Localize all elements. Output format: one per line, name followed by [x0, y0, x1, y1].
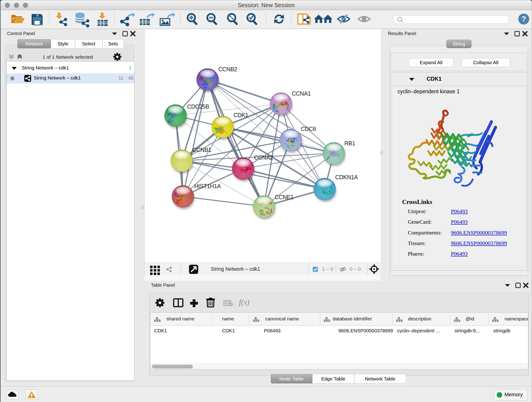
svg-text:CCNB1: CCNB1: [192, 147, 211, 153]
svg-text:CDKN1A: CDKN1A: [335, 174, 358, 180]
svg-text:HIST1H1A: HIST1H1A: [194, 183, 221, 189]
svg-text:CDC6: CDC6: [301, 126, 316, 132]
svg-text:RB1: RB1: [344, 140, 355, 147]
svg-text:CCNA1: CCNA1: [292, 90, 311, 97]
svg-text:CCNE1: CCNE1: [275, 194, 293, 200]
svg-text:CCNB2: CCNB2: [218, 66, 237, 72]
svg-text:CDK1: CDK1: [234, 112, 248, 118]
svg-text:CDC25B: CDC25B: [187, 103, 209, 110]
svg-text:CCNA2: CCNA2: [254, 154, 273, 161]
